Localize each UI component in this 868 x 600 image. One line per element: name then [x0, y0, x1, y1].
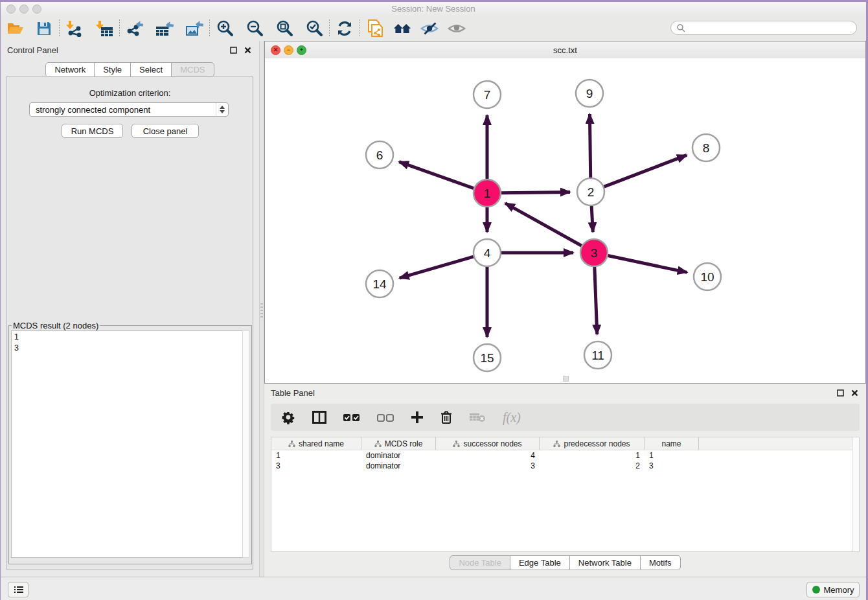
search-box[interactable] — [670, 21, 857, 35]
memory-label: Memory — [824, 585, 854, 595]
hide-selected-eye-slash-icon[interactable] — [420, 19, 439, 38]
graph-node-15[interactable]: 15 — [474, 344, 501, 371]
export-image-icon[interactable] — [185, 19, 204, 38]
close-network-icon[interactable]: ✕ — [271, 45, 280, 55]
cell-shared-name[interactable]: 3 — [271, 461, 361, 470]
network-graph[interactable]: 1234678910111415 — [265, 58, 865, 383]
tab-network[interactable]: Network — [45, 62, 95, 77]
cell-shared-name[interactable]: 1 — [271, 451, 361, 460]
graph-node-10[interactable]: 10 — [694, 263, 721, 290]
show-all-eye-icon[interactable] — [447, 19, 466, 38]
tab-select[interactable]: Select — [130, 62, 172, 77]
table-row[interactable]: 1dominator411 — [271, 450, 859, 461]
home-layout-icon[interactable] — [393, 19, 412, 38]
mcds-result-text[interactable]: 1 3 — [11, 330, 244, 558]
close-panel-button[interactable]: Close panel — [131, 124, 199, 138]
search-input[interactable] — [685, 21, 856, 34]
split-columns-icon[interactable] — [312, 411, 326, 424]
run-mcds-button[interactable]: Run MCDS — [62, 124, 123, 138]
save-session-icon[interactable] — [34, 19, 54, 38]
column-header-predecessor-nodes[interactable]: predecessor nodes — [540, 437, 645, 450]
table-row[interactable]: 3dominator323 — [271, 461, 859, 471]
zoom-window-icon[interactable] — [32, 5, 41, 14]
zoom-network-icon[interactable]: + — [297, 45, 306, 55]
edge-3-to-11[interactable] — [595, 267, 597, 334]
edge-4-to-14[interactable] — [400, 257, 474, 278]
duplicate-network-icon[interactable] — [365, 19, 385, 38]
edge-1-to-6[interactable] — [399, 162, 474, 189]
graph-node-6[interactable]: 6 — [366, 141, 393, 168]
cell-successor-nodes[interactable]: 4 — [436, 451, 540, 460]
graph-node-9[interactable]: 9 — [576, 80, 603, 107]
graph-node-1[interactable]: 1 — [474, 179, 501, 207]
edge-2-to-8[interactable] — [604, 155, 687, 187]
table-panel: Table Panel f(x) sha — [264, 384, 866, 577]
criterion-select[interactable]: strongly connected component — [29, 102, 229, 117]
import-network-icon[interactable] — [65, 19, 84, 38]
select-all-checkboxes-icon[interactable] — [343, 413, 360, 422]
tab-node-table[interactable]: Node Table — [450, 555, 510, 570]
column-header-MCDS-role[interactable]: MCDS role — [361, 437, 436, 450]
close-panel-icon[interactable] — [242, 45, 253, 55]
result-scrollbar[interactable] — [242, 330, 249, 558]
minimize-network-icon[interactable]: − — [284, 45, 293, 55]
control-panel: Control Panel NetworkStyleSelectMCDS Opt… — [1, 41, 259, 577]
cell-name[interactable]: 3 — [645, 461, 699, 470]
zoom-selected-icon[interactable] — [304, 19, 324, 38]
tab-edge-table[interactable]: Edge Table — [510, 555, 570, 570]
column-header-successor-nodes[interactable]: successor nodes — [436, 437, 540, 450]
add-column-icon[interactable] — [411, 411, 424, 424]
cell-predecessor-nodes[interactable]: 2 — [540, 461, 645, 470]
close-window-icon[interactable] — [6, 5, 16, 14]
zoom-fit-icon[interactable] — [275, 19, 294, 38]
network-canvas[interactable]: 1234678910111415 — [265, 58, 865, 383]
tab-style[interactable]: Style — [94, 62, 131, 77]
cell-predecessor-nodes[interactable]: 1 — [540, 451, 645, 460]
close-table-panel-icon[interactable] — [849, 387, 860, 398]
tab-motifs[interactable]: Motifs — [640, 555, 681, 570]
table-scrollbar[interactable] — [852, 437, 859, 551]
edge-3-to-1[interactable] — [505, 203, 582, 246]
svg-text:7: 7 — [484, 88, 491, 102]
refresh-icon[interactable] — [335, 19, 354, 38]
cell-MCDS-role[interactable]: dominator — [361, 451, 436, 460]
graph-node-4[interactable]: 4 — [474, 239, 501, 266]
export-network-icon[interactable] — [125, 19, 144, 38]
panel-splitter[interactable] — [259, 41, 264, 577]
canvas-resize-grip[interactable] — [563, 376, 569, 382]
hierarchy-icon — [288, 441, 295, 447]
graph-node-3[interactable]: 3 — [580, 239, 608, 266]
svg-text:14: 14 — [372, 277, 387, 291]
edge-2-to-9[interactable] — [589, 114, 590, 178]
import-table-icon[interactable] — [95, 19, 114, 38]
graph-node-7[interactable]: 7 — [474, 81, 501, 108]
minimize-window-icon[interactable] — [19, 5, 29, 14]
memory-button[interactable]: Memory — [806, 582, 860, 597]
edge-2-to-3[interactable] — [591, 206, 593, 232]
column-header-shared-name[interactable]: shared name — [271, 437, 361, 450]
float-table-panel-icon[interactable] — [835, 387, 845, 398]
graph-node-8[interactable]: 8 — [692, 134, 720, 161]
column-header-name[interactable]: name — [645, 437, 699, 450]
graph-node-11[interactable]: 11 — [584, 341, 611, 369]
zoom-in-icon[interactable] — [215, 19, 234, 38]
graph-node-2[interactable]: 2 — [577, 178, 604, 205]
cell-MCDS-role[interactable]: dominator — [361, 461, 436, 470]
cell-name[interactable]: 1 — [645, 451, 699, 460]
zoom-out-icon[interactable] — [245, 19, 264, 38]
svg-text:3: 3 — [591, 246, 598, 260]
deselect-all-checkboxes-icon[interactable] — [377, 413, 394, 422]
open-session-icon[interactable] — [6, 19, 25, 38]
float-panel-icon[interactable] — [228, 45, 238, 55]
tab-network-table[interactable]: Network Table — [569, 555, 641, 570]
settings-gear-icon[interactable] — [281, 410, 295, 424]
tab-mcds[interactable]: MCDS — [171, 62, 214, 77]
graph-node-14[interactable]: 14 — [366, 270, 393, 297]
delete-column-icon[interactable] — [440, 411, 452, 424]
task-history-button[interactable] — [8, 582, 29, 597]
edge-1-to-2[interactable] — [501, 192, 570, 192]
cell-successor-nodes[interactable]: 3 — [436, 461, 540, 470]
node-table: shared nameMCDS rolesuccessor nodesprede… — [271, 437, 860, 552]
edge-3-to-10[interactable] — [608, 256, 687, 273]
export-table-icon[interactable] — [155, 19, 174, 38]
